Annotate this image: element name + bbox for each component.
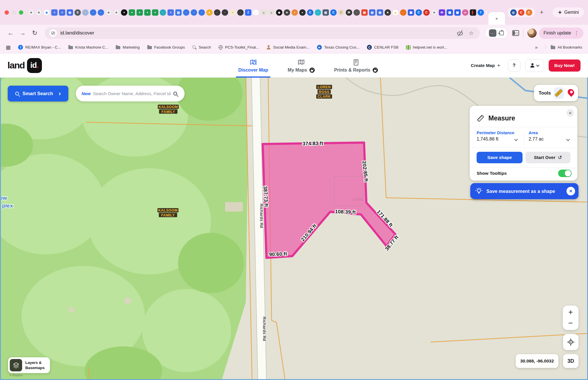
- account-button[interactable]: [525, 59, 544, 72]
- pinned-tab-favicon[interactable]: ◦: [222, 9, 228, 16]
- pinned-tab-favicon[interactable]: ▲: [392, 9, 399, 16]
- gemini-button[interactable]: Gemini: [553, 7, 584, 17]
- url-text[interactable]: id.land/discover: [60, 30, 94, 36]
- pinned-tab-favicon[interactable]: ◦: [183, 9, 189, 16]
- finish-update-button[interactable]: Finish update ⋮: [539, 28, 583, 39]
- pinned-tab-favicon[interactable]: ◗: [291, 9, 298, 16]
- bookmarks-overflow-icon[interactable]: »: [535, 45, 537, 50]
- bookmark-item[interactable]: Social Media Exam...: [266, 45, 310, 49]
- pinned-tab-favicon[interactable]: ◦: [214, 9, 220, 16]
- pinned-tab-favicon[interactable]: ∗: [36, 9, 42, 16]
- pinned-tab-favicon[interactable]: S: [74, 9, 81, 16]
- smart-search-button[interactable]: Smart Search ›: [8, 86, 68, 101]
- traffic-light[interactable]: [5, 10, 9, 15]
- side-panel-icon[interactable]: [512, 30, 519, 36]
- layers-basemaps-button[interactable]: Layers &Basemaps: [8, 357, 50, 373]
- pinned-tab-favicon[interactable]: C: [518, 9, 524, 16]
- tab-discover-map[interactable]: Discover Map: [238, 53, 268, 78]
- pinned-tab-favicon[interactable]: ∞: [462, 9, 468, 16]
- pinned-tab-favicon[interactable]: C: [415, 9, 422, 16]
- start-over-button[interactable]: Start Over↺: [525, 152, 570, 163]
- bookmark-item[interactable]: fRE/MAX Bryan - C...: [18, 45, 61, 50]
- bookmark-item[interactable]: Facebook Groups: [147, 45, 185, 49]
- pinned-tab-favicon[interactable]: ●: [299, 9, 305, 16]
- search-icon[interactable]: [173, 92, 177, 95]
- pinned-tab-favicon[interactable]: M: [346, 9, 352, 16]
- 3d-view-button[interactable]: 3D: [563, 354, 579, 368]
- pinned-tab-favicon[interactable]: ◦: [237, 9, 243, 16]
- location-pin-icon[interactable]: [566, 88, 576, 97]
- pinned-tab-favicon[interactable]: ▦: [454, 9, 461, 16]
- pinned-tab-favicon[interactable]: ◦: [253, 9, 259, 16]
- pinned-tab-favicon[interactable]: ▤: [322, 9, 329, 16]
- pinned-tab-favicon[interactable]: ▲: [268, 9, 274, 16]
- measure-tool-button[interactable]: [554, 87, 564, 99]
- close-tab-icon[interactable]: ×: [496, 16, 498, 21]
- pinned-tab-favicon[interactable]: C: [526, 9, 532, 16]
- pinned-tab-favicon[interactable]: -: [82, 9, 88, 16]
- pinned-tab-favicon[interactable]: +: [144, 9, 150, 16]
- map-viewport[interactable]: 23790 KALSOOMFAMILYKALSOOMFAMILYLORENROS…: [0, 78, 588, 380]
- coordinates-readout[interactable]: 30.088, -96.0032: [516, 354, 558, 368]
- landid-logo[interactable]: land id.: [7, 58, 42, 73]
- bookmark-item[interactable]: Krista Mashore C...: [68, 45, 109, 49]
- bookmark-item[interactable]: Marketing: [116, 45, 140, 49]
- bookmark-item[interactable]: ▸Texas Closing Cos...: [317, 45, 359, 50]
- pinned-tab-favicon[interactable]: ◦: [160, 9, 166, 16]
- pinned-tab-favicon[interactable]: C: [307, 9, 313, 16]
- pinned-tab-favicon[interactable]: ≡: [59, 9, 65, 16]
- pinned-tab-favicon[interactable]: ◦: [400, 9, 406, 16]
- tab-prints-reports[interactable]: Prints & Reports: [334, 53, 378, 78]
- pinned-tab-favicon[interactable]: f: [477, 9, 484, 16]
- traffic-light[interactable]: [12, 10, 16, 15]
- pinned-tab-favicon[interactable]: ∗: [113, 9, 119, 16]
- pinned-tab-favicon[interactable]: ≡: [51, 9, 57, 16]
- perimeter-unit-dropdown[interactable]: [514, 137, 518, 141]
- close-measure-button[interactable]: ✕: [566, 109, 574, 117]
- pinned-tab-favicon[interactable]: ▌: [470, 9, 476, 16]
- pinned-tab-favicon[interactable]: ◆: [276, 9, 282, 16]
- browser-menu-icon[interactable]: ⋮: [574, 30, 579, 36]
- pinned-tab-favicon[interactable]: ▦: [446, 9, 453, 16]
- tab-my-maps[interactable]: My Maps: [288, 53, 315, 78]
- pinned-tab-favicon[interactable]: ◦: [315, 9, 321, 16]
- pinned-tab-favicon[interactable]: ▥: [361, 9, 368, 16]
- pinned-tab-favicon[interactable]: ◆: [43, 9, 50, 16]
- forward-button[interactable]: →: [18, 29, 28, 37]
- help-button[interactable]: ?: [508, 59, 521, 72]
- pinned-tab-favicon[interactable]: ∗: [284, 9, 290, 16]
- locate-me-button[interactable]: [563, 334, 579, 350]
- pinned-tab-favicon[interactable]: ●: [229, 9, 236, 16]
- pinned-tab-favicon[interactable]: G: [485, 9, 487, 16]
- pinned-tab-favicon[interactable]: ▦: [408, 9, 414, 16]
- pinned-tab-favicon[interactable]: +: [152, 9, 158, 16]
- pinned-tab-favicon[interactable]: ●: [206, 9, 212, 16]
- extension-chip-icon[interactable]: ···: [489, 29, 496, 37]
- pinned-tab-favicon[interactable]: ◦: [353, 9, 360, 16]
- address-bar[interactable]: id.land/discover ☆: [45, 27, 480, 39]
- pinned-tab-favicon[interactable]: ◎: [510, 9, 517, 16]
- pinned-tab-favicon[interactable]: ▤: [67, 9, 73, 16]
- all-bookmarks-button[interactable]: All Bookmarks: [545, 45, 582, 49]
- pinned-tab-favicon[interactable]: C: [330, 9, 336, 16]
- pinned-tab-favicon[interactable]: ◦: [90, 9, 96, 16]
- bookmark-item[interactable]: Search: [192, 45, 211, 49]
- pinned-tab-favicon[interactable]: C: [338, 9, 344, 16]
- apps-grid-icon[interactable]: ▦: [6, 44, 11, 51]
- pinned-tab-favicon[interactable]: +: [129, 9, 135, 16]
- active-tab[interactable]: ×: [488, 12, 505, 25]
- vpn-off-icon[interactable]: [456, 29, 463, 37]
- back-button[interactable]: ←: [6, 29, 16, 37]
- pinned-tab-favicon[interactable]: +: [136, 9, 143, 16]
- pinned-tab-favicon[interactable]: ◦: [198, 9, 205, 16]
- pinned-tab-favicon[interactable]: ∗: [28, 9, 34, 16]
- pinned-tab-favicon[interactable]: ∗: [384, 9, 391, 16]
- new-tab-button[interactable]: +: [540, 9, 543, 16]
- create-map-button[interactable]: Create Map +: [471, 62, 500, 69]
- show-tooltips-toggle[interactable]: [558, 170, 572, 177]
- pinned-tab-favicon[interactable]: ✉: [439, 9, 445, 16]
- pinned-tab-favicon[interactable]: ▤: [377, 9, 383, 16]
- pinned-tab-favicon[interactable]: C: [423, 9, 430, 16]
- reload-button[interactable]: ↻: [30, 29, 40, 37]
- traffic-light[interactable]: [19, 10, 23, 15]
